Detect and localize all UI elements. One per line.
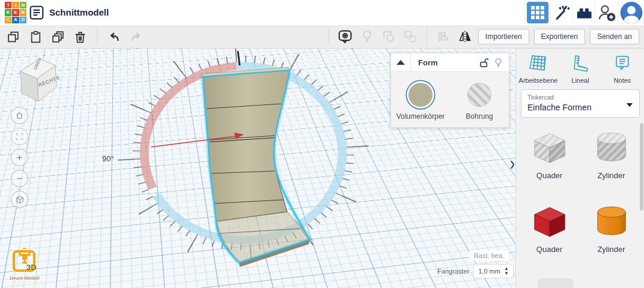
avatar-silhouette (627, 6, 636, 14)
hide-selected-button[interactable] (359, 28, 375, 45)
ruler-tool[interactable]: Lineal (559, 52, 601, 84)
align-icon (436, 29, 451, 44)
trash-icon (73, 30, 87, 44)
zoom-in-button[interactable]: + (11, 149, 28, 166)
mirror-button[interactable] (457, 28, 473, 45)
mirror-icon (458, 29, 472, 44)
group-button[interactable] (380, 28, 397, 45)
tinkercad-logo[interactable]: TIN KER CAD (5, 2, 26, 23)
view-controls: + − (11, 107, 28, 208)
lightbulb-icon[interactable] (494, 58, 503, 68)
cylinder-hole-icon (590, 129, 633, 166)
collapse-triangle-icon (396, 60, 405, 65)
paste-icon (29, 30, 43, 44)
cube-hole-icon (528, 129, 571, 166)
notes-tool[interactable]: Notes (601, 52, 643, 84)
copy-button[interactable] (5, 28, 22, 45)
view-cube[interactable]: OBEN RECHTS (14, 53, 60, 106)
option-hole[interactable]: Bohrung (450, 81, 509, 121)
home-view-button[interactable] (11, 107, 28, 124)
sidebar-scrollbar[interactable] (640, 123, 643, 211)
redo-button[interactable] (128, 28, 145, 45)
show-all-button[interactable] (337, 28, 354, 45)
design-properties-icon[interactable] (29, 5, 44, 20)
import-button[interactable]: Importieren (478, 29, 529, 44)
person-add-icon (597, 3, 616, 22)
cylinder-solid-icon (590, 203, 633, 240)
shape-inspector-panel: Form Volumenkörper Bohrung (390, 53, 509, 128)
print-caption: Druck Modell (6, 275, 43, 281)
shape-zylinder-hole[interactable]: Zylinder (580, 129, 642, 180)
ruler-icon (570, 54, 591, 73)
library-brand: Tinkercad (527, 94, 633, 101)
shape-quader-solid[interactable]: Quader (518, 203, 580, 254)
edit-toolbar: Importieren Exportieren Senden an (0, 25, 644, 49)
hole-swatch (467, 83, 491, 107)
snap-grid-value: 1,0 mm (478, 268, 500, 275)
library-selected: Einfache Formen (527, 103, 633, 112)
undo-icon (107, 29, 121, 44)
grid-icon (530, 5, 545, 20)
send-to-button[interactable]: Senden an (590, 29, 639, 44)
printer-3d-icon: 3D (11, 248, 38, 274)
cube-solid-icon (528, 203, 571, 240)
copy-icon (7, 30, 20, 44)
apps-grid-button[interactable] (527, 2, 548, 23)
chevron-down-icon (627, 103, 633, 107)
minus-icon: − (17, 174, 22, 184)
fit-view-button[interactable] (11, 128, 28, 145)
option-solid[interactable]: Volumenkörper (391, 81, 450, 121)
design-title[interactable]: Schnittmodell (49, 7, 109, 17)
shape-zylinder-solid[interactable]: Zylinder (580, 203, 642, 254)
undo-button[interactable] (106, 28, 123, 45)
snap-grid-label: Fangraster (437, 268, 469, 275)
perspective-cube-icon (15, 195, 25, 205)
shape-gallery: Quader Zylinder Quader Zylind (516, 118, 644, 254)
pickaxe-icon (553, 4, 571, 22)
top-bar: TIN KER CAD Schnittmodell (0, 0, 644, 26)
shape-library-select[interactable]: Tinkercad Einfache Formen (521, 89, 640, 118)
lego-brick-icon (575, 4, 593, 22)
print-3d-widget[interactable]: 3D Druck Modell (6, 248, 43, 281)
duplicate-button[interactable] (49, 28, 66, 45)
duplicate-icon (51, 30, 65, 44)
eye-bubble-icon (338, 29, 353, 44)
next-shape-peek (538, 278, 574, 288)
solid-color-swatch (409, 83, 433, 107)
export-button[interactable]: Exportieren (534, 29, 585, 44)
shape-sidebar: Arbeitsebene Lineal Notes Tinkercad Einf… (515, 49, 644, 288)
delete-button[interactable] (71, 28, 88, 45)
user-avatar[interactable] (621, 2, 642, 23)
invite-collaborator-button[interactable] (595, 0, 618, 25)
shape-quader-hole[interactable]: Quader (518, 129, 580, 180)
redo-icon (129, 29, 144, 44)
panel-title: Form (418, 58, 479, 67)
toolbar-separator (427, 29, 427, 44)
unlock-icon[interactable] (479, 58, 488, 68)
viewport-3d[interactable]: 90° OBEN RECHTS + − › (0, 49, 515, 288)
workplane-tool[interactable]: Arbeitsebene (517, 52, 559, 84)
brick-export-button[interactable] (573, 0, 595, 25)
ungroup-icon (403, 29, 418, 44)
model-wall-face (203, 70, 290, 221)
snap-grid-select[interactable]: 1,0 mm ▲▼ (473, 264, 514, 278)
notes-icon (612, 54, 633, 73)
perspective-toggle-button[interactable] (11, 191, 28, 208)
ungroup-button[interactable] (402, 28, 419, 45)
paste-button[interactable] (27, 28, 44, 45)
sidebar-collapse-handle[interactable]: › (510, 153, 515, 173)
model-schnittmodell[interactable] (202, 67, 310, 267)
align-button[interactable] (435, 28, 452, 45)
fit-view-icon (15, 132, 24, 141)
zoom-out-button[interactable]: − (11, 170, 28, 187)
panel-collapse-button[interactable] (391, 53, 411, 71)
workplane-icon (528, 54, 548, 73)
home-icon (15, 111, 24, 120)
lightbulb-icon (360, 29, 374, 44)
edit-grid-button[interactable]: Rast. bea. (469, 250, 509, 261)
select-arrows-icon: ▲▼ (504, 266, 509, 276)
print-3d-badge: 3D (26, 263, 37, 272)
toolbar-separator (329, 29, 329, 44)
group-icon (381, 29, 396, 44)
minecraft-export-button[interactable] (550, 0, 573, 25)
